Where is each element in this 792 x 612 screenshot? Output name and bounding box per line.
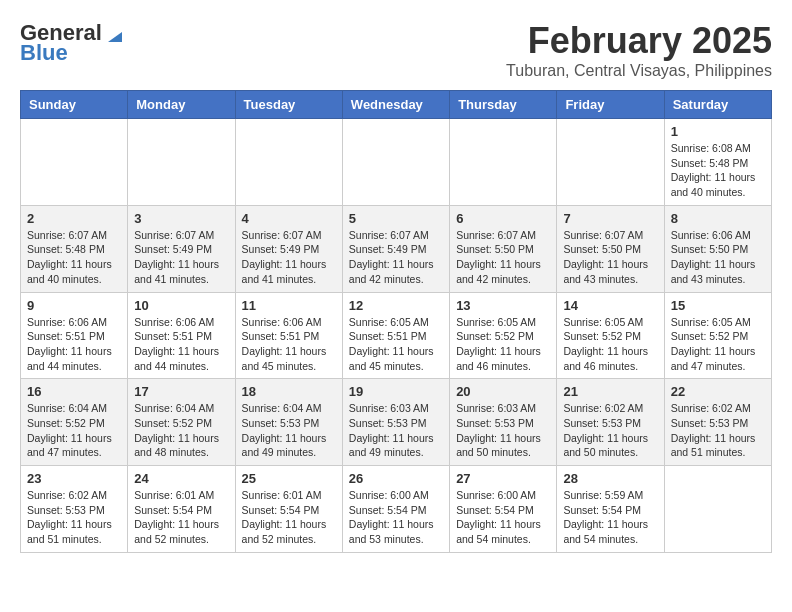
- calendar-cell: [235, 119, 342, 206]
- calendar-cell: 28Sunrise: 5:59 AM Sunset: 5:54 PM Dayli…: [557, 466, 664, 553]
- day-number: 2: [27, 211, 121, 226]
- calendar-cell: [664, 466, 771, 553]
- header: General Blue February 2025 Tuburan, Cent…: [20, 20, 772, 80]
- day-number: 14: [563, 298, 657, 313]
- logo-icon: [104, 24, 122, 42]
- logo-blue-text: Blue: [20, 40, 68, 66]
- calendar-header-wednesday: Wednesday: [342, 91, 449, 119]
- day-info: Sunrise: 6:02 AM Sunset: 5:53 PM Dayligh…: [563, 401, 657, 460]
- calendar-cell: 9Sunrise: 6:06 AM Sunset: 5:51 PM Daylig…: [21, 292, 128, 379]
- svg-marker-0: [108, 32, 122, 42]
- day-info: Sunrise: 6:01 AM Sunset: 5:54 PM Dayligh…: [134, 488, 228, 547]
- calendar-cell: 23Sunrise: 6:02 AM Sunset: 5:53 PM Dayli…: [21, 466, 128, 553]
- calendar-cell: 11Sunrise: 6:06 AM Sunset: 5:51 PM Dayli…: [235, 292, 342, 379]
- day-number: 1: [671, 124, 765, 139]
- calendar-week-1: 2Sunrise: 6:07 AM Sunset: 5:48 PM Daylig…: [21, 205, 772, 292]
- day-number: 21: [563, 384, 657, 399]
- calendar: SundayMondayTuesdayWednesdayThursdayFrid…: [20, 90, 772, 553]
- calendar-header-row: SundayMondayTuesdayWednesdayThursdayFrid…: [21, 91, 772, 119]
- day-info: Sunrise: 6:07 AM Sunset: 5:49 PM Dayligh…: [349, 228, 443, 287]
- day-number: 27: [456, 471, 550, 486]
- day-info: Sunrise: 6:02 AM Sunset: 5:53 PM Dayligh…: [27, 488, 121, 547]
- day-number: 17: [134, 384, 228, 399]
- day-info: Sunrise: 6:07 AM Sunset: 5:50 PM Dayligh…: [563, 228, 657, 287]
- calendar-cell: 12Sunrise: 6:05 AM Sunset: 5:51 PM Dayli…: [342, 292, 449, 379]
- calendar-cell: 24Sunrise: 6:01 AM Sunset: 5:54 PM Dayli…: [128, 466, 235, 553]
- day-number: 24: [134, 471, 228, 486]
- calendar-header-sunday: Sunday: [21, 91, 128, 119]
- day-number: 19: [349, 384, 443, 399]
- calendar-cell: [128, 119, 235, 206]
- day-number: 4: [242, 211, 336, 226]
- calendar-cell: 15Sunrise: 6:05 AM Sunset: 5:52 PM Dayli…: [664, 292, 771, 379]
- day-info: Sunrise: 6:05 AM Sunset: 5:52 PM Dayligh…: [671, 315, 765, 374]
- day-info: Sunrise: 6:03 AM Sunset: 5:53 PM Dayligh…: [349, 401, 443, 460]
- day-info: Sunrise: 6:06 AM Sunset: 5:51 PM Dayligh…: [134, 315, 228, 374]
- day-number: 23: [27, 471, 121, 486]
- calendar-header-monday: Monday: [128, 91, 235, 119]
- calendar-cell: 21Sunrise: 6:02 AM Sunset: 5:53 PM Dayli…: [557, 379, 664, 466]
- calendar-cell: [450, 119, 557, 206]
- day-number: 26: [349, 471, 443, 486]
- calendar-cell: 1Sunrise: 6:08 AM Sunset: 5:48 PM Daylig…: [664, 119, 771, 206]
- calendar-cell: 18Sunrise: 6:04 AM Sunset: 5:53 PM Dayli…: [235, 379, 342, 466]
- day-info: Sunrise: 6:05 AM Sunset: 5:52 PM Dayligh…: [456, 315, 550, 374]
- day-info: Sunrise: 6:08 AM Sunset: 5:48 PM Dayligh…: [671, 141, 765, 200]
- calendar-cell: 7Sunrise: 6:07 AM Sunset: 5:50 PM Daylig…: [557, 205, 664, 292]
- day-info: Sunrise: 6:06 AM Sunset: 5:50 PM Dayligh…: [671, 228, 765, 287]
- day-info: Sunrise: 6:04 AM Sunset: 5:52 PM Dayligh…: [134, 401, 228, 460]
- calendar-cell: 6Sunrise: 6:07 AM Sunset: 5:50 PM Daylig…: [450, 205, 557, 292]
- day-number: 10: [134, 298, 228, 313]
- day-number: 22: [671, 384, 765, 399]
- calendar-header-thursday: Thursday: [450, 91, 557, 119]
- calendar-cell: [342, 119, 449, 206]
- month-title: February 2025: [506, 20, 772, 62]
- calendar-week-2: 9Sunrise: 6:06 AM Sunset: 5:51 PM Daylig…: [21, 292, 772, 379]
- day-info: Sunrise: 6:03 AM Sunset: 5:53 PM Dayligh…: [456, 401, 550, 460]
- calendar-header-friday: Friday: [557, 91, 664, 119]
- day-info: Sunrise: 6:04 AM Sunset: 5:52 PM Dayligh…: [27, 401, 121, 460]
- calendar-cell: 19Sunrise: 6:03 AM Sunset: 5:53 PM Dayli…: [342, 379, 449, 466]
- calendar-cell: 25Sunrise: 6:01 AM Sunset: 5:54 PM Dayli…: [235, 466, 342, 553]
- calendar-week-4: 23Sunrise: 6:02 AM Sunset: 5:53 PM Dayli…: [21, 466, 772, 553]
- calendar-week-3: 16Sunrise: 6:04 AM Sunset: 5:52 PM Dayli…: [21, 379, 772, 466]
- day-info: Sunrise: 6:05 AM Sunset: 5:52 PM Dayligh…: [563, 315, 657, 374]
- day-info: Sunrise: 6:02 AM Sunset: 5:53 PM Dayligh…: [671, 401, 765, 460]
- day-number: 6: [456, 211, 550, 226]
- calendar-cell: 4Sunrise: 6:07 AM Sunset: 5:49 PM Daylig…: [235, 205, 342, 292]
- day-number: 9: [27, 298, 121, 313]
- logo: General Blue: [20, 20, 122, 66]
- calendar-cell: 2Sunrise: 6:07 AM Sunset: 5:48 PM Daylig…: [21, 205, 128, 292]
- day-info: Sunrise: 6:04 AM Sunset: 5:53 PM Dayligh…: [242, 401, 336, 460]
- day-number: 13: [456, 298, 550, 313]
- day-number: 15: [671, 298, 765, 313]
- calendar-cell: 13Sunrise: 6:05 AM Sunset: 5:52 PM Dayli…: [450, 292, 557, 379]
- calendar-week-0: 1Sunrise: 6:08 AM Sunset: 5:48 PM Daylig…: [21, 119, 772, 206]
- calendar-cell: 14Sunrise: 6:05 AM Sunset: 5:52 PM Dayli…: [557, 292, 664, 379]
- day-info: Sunrise: 6:00 AM Sunset: 5:54 PM Dayligh…: [349, 488, 443, 547]
- calendar-cell: 22Sunrise: 6:02 AM Sunset: 5:53 PM Dayli…: [664, 379, 771, 466]
- calendar-cell: 8Sunrise: 6:06 AM Sunset: 5:50 PM Daylig…: [664, 205, 771, 292]
- calendar-body: 1Sunrise: 6:08 AM Sunset: 5:48 PM Daylig…: [21, 119, 772, 553]
- day-number: 25: [242, 471, 336, 486]
- day-info: Sunrise: 6:05 AM Sunset: 5:51 PM Dayligh…: [349, 315, 443, 374]
- calendar-cell: 27Sunrise: 6:00 AM Sunset: 5:54 PM Dayli…: [450, 466, 557, 553]
- calendar-cell: [557, 119, 664, 206]
- day-info: Sunrise: 6:07 AM Sunset: 5:49 PM Dayligh…: [134, 228, 228, 287]
- day-info: Sunrise: 5:59 AM Sunset: 5:54 PM Dayligh…: [563, 488, 657, 547]
- day-number: 18: [242, 384, 336, 399]
- calendar-cell: 3Sunrise: 6:07 AM Sunset: 5:49 PM Daylig…: [128, 205, 235, 292]
- day-info: Sunrise: 6:07 AM Sunset: 5:49 PM Dayligh…: [242, 228, 336, 287]
- day-number: 11: [242, 298, 336, 313]
- calendar-header-saturday: Saturday: [664, 91, 771, 119]
- day-number: 16: [27, 384, 121, 399]
- calendar-header-tuesday: Tuesday: [235, 91, 342, 119]
- day-info: Sunrise: 6:07 AM Sunset: 5:50 PM Dayligh…: [456, 228, 550, 287]
- day-info: Sunrise: 6:00 AM Sunset: 5:54 PM Dayligh…: [456, 488, 550, 547]
- day-info: Sunrise: 6:07 AM Sunset: 5:48 PM Dayligh…: [27, 228, 121, 287]
- calendar-cell: 16Sunrise: 6:04 AM Sunset: 5:52 PM Dayli…: [21, 379, 128, 466]
- calendar-cell: 20Sunrise: 6:03 AM Sunset: 5:53 PM Dayli…: [450, 379, 557, 466]
- day-number: 12: [349, 298, 443, 313]
- day-number: 7: [563, 211, 657, 226]
- day-info: Sunrise: 6:06 AM Sunset: 5:51 PM Dayligh…: [27, 315, 121, 374]
